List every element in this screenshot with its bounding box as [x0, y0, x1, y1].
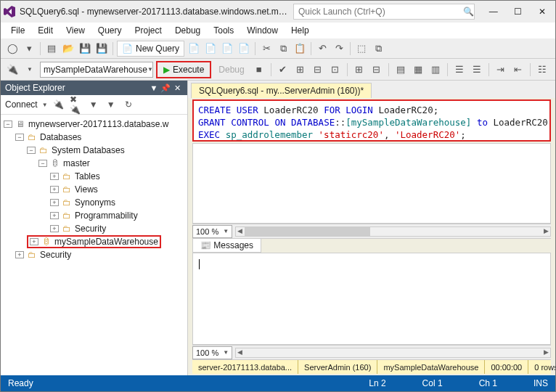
- include-stats-icon[interactable]: ⊟: [369, 62, 384, 77]
- tree-security[interactable]: Security: [40, 250, 71, 260]
- menu-project[interactable]: Project: [129, 24, 168, 37]
- menu-debug[interactable]: Debug: [169, 24, 206, 37]
- code-editor[interactable]: CREATE USER LoaderRC20 FOR LOGIN LoaderR…: [192, 99, 551, 142]
- script-mdx-icon[interactable]: 📄: [187, 41, 201, 56]
- dropdown-icon[interactable]: ▼: [148, 83, 160, 92]
- change-connection-dd[interactable]: ▼: [23, 62, 37, 77]
- query-options-icon[interactable]: ⊟: [311, 62, 325, 77]
- tree-programmability[interactable]: Programmability: [75, 211, 138, 221]
- expand-icon[interactable]: −: [4, 121, 12, 128]
- document-tabs: SQLQuery6.sql - my...ServerAdmin (160))*: [188, 81, 555, 98]
- status-ins: INS: [533, 378, 548, 388]
- status-ln: Ln 2: [369, 378, 385, 388]
- quick-launch-input[interactable]: [293, 4, 475, 20]
- disconnect-icon[interactable]: ✖🔌: [70, 98, 83, 111]
- play-icon: ▶: [163, 65, 170, 75]
- results-file-icon[interactable]: ▥: [428, 62, 443, 77]
- open-icon[interactable]: 📂: [61, 41, 75, 56]
- indent-icon[interactable]: ⇥: [494, 62, 508, 77]
- save-icon[interactable]: 💾: [78, 41, 92, 56]
- close-button[interactable]: ✕: [532, 1, 552, 22]
- new-query-label: New Query: [136, 44, 179, 54]
- outdent-icon[interactable]: ⇤: [511, 62, 526, 77]
- folder-icon: 🗀: [26, 250, 38, 260]
- tree-synonyms[interactable]: Synonyms: [75, 197, 115, 208]
- nav-fwd-icon[interactable]: ▾: [22, 41, 36, 56]
- cancel-query-icon[interactable]: ■: [252, 62, 266, 77]
- paste-icon[interactable]: 📋: [293, 41, 307, 56]
- zoom-selector-results[interactable]: 100 %▼: [192, 346, 232, 359]
- query-status-bar: server-20171113.databa... ServerAdmin (1…: [192, 359, 551, 374]
- script-xmla-icon[interactable]: 📄: [220, 41, 234, 56]
- include-plan-icon[interactable]: ⊞: [352, 62, 367, 77]
- tab-messages[interactable]: 📰 Messages: [192, 239, 261, 253]
- h-scrollbar[interactable]: ◀▶: [235, 226, 551, 237]
- expand-icon[interactable]: +: [50, 212, 59, 219]
- results-grid-icon[interactable]: ▦: [411, 62, 425, 77]
- code-editor-blank[interactable]: [192, 143, 551, 224]
- stop-icon[interactable]: ▼: [87, 98, 100, 111]
- redo-icon[interactable]: ↷: [332, 41, 346, 56]
- activity-icon[interactable]: ⬚: [354, 41, 369, 56]
- results-text-icon[interactable]: ▤: [393, 62, 408, 77]
- script-dmx-icon[interactable]: 📄: [203, 41, 218, 56]
- specify-values-icon[interactable]: ☷: [535, 62, 549, 77]
- filter-icon[interactable]: ▼: [105, 98, 118, 111]
- tree-master[interactable]: master: [63, 158, 90, 168]
- tab-sqlquery6[interactable]: SQLQuery6.sql - my...ServerAdmin (160))*: [191, 83, 372, 98]
- expand-icon[interactable]: +: [30, 238, 38, 245]
- copy-icon[interactable]: ⧉: [276, 41, 290, 56]
- uncomment-icon[interactable]: ☰: [470, 62, 484, 77]
- tree-mysample[interactable]: mySampleDataWarehouse: [54, 237, 158, 247]
- expand-icon[interactable]: −: [15, 134, 24, 141]
- expand-icon[interactable]: −: [38, 160, 47, 167]
- expand-icon[interactable]: −: [27, 147, 36, 154]
- tree-databases[interactable]: Databases: [40, 132, 81, 142]
- solution-icon[interactable]: ⧉: [371, 41, 385, 56]
- close-pane-icon[interactable]: ✕: [171, 83, 183, 93]
- comment-icon[interactable]: ☰: [452, 62, 467, 77]
- tree-tables[interactable]: Tables: [75, 171, 100, 181]
- h-scrollbar-results[interactable]: ◀▶: [235, 348, 551, 358]
- menu-help[interactable]: Help: [285, 24, 315, 37]
- tree-sysdbs[interactable]: System Databases: [52, 145, 125, 155]
- estimated-plan-icon[interactable]: ⊞: [293, 62, 308, 77]
- zoom-selector[interactable]: 100 %▼: [192, 225, 232, 238]
- folder-icon: 🗀: [61, 171, 73, 181]
- menu-edit[interactable]: Edit: [32, 24, 59, 37]
- quick-launch[interactable]: [293, 4, 475, 20]
- tree-views[interactable]: Views: [75, 184, 98, 195]
- expand-icon[interactable]: +: [50, 186, 59, 193]
- menu-window[interactable]: Window: [241, 24, 284, 37]
- database-selector[interactable]: mySampleDataWarehouse ▼: [40, 62, 153, 78]
- connect-icon[interactable]: 🔌: [52, 98, 65, 111]
- expand-icon[interactable]: +: [50, 199, 59, 206]
- menu-query[interactable]: Query: [92, 24, 128, 37]
- undo-icon[interactable]: ↶: [315, 41, 330, 56]
- intellisense-icon[interactable]: ⊡: [328, 62, 343, 77]
- expand-icon[interactable]: +: [50, 225, 59, 232]
- change-connection-icon[interactable]: 🔌: [5, 62, 20, 77]
- new-query-button[interactable]: 📄 New Query: [117, 41, 184, 57]
- tree-server[interactable]: mynewserver-20171113.database.w: [28, 119, 168, 129]
- refresh-icon[interactable]: ↻: [122, 98, 135, 111]
- new-project-icon[interactable]: ▤: [44, 41, 59, 56]
- parse-icon[interactable]: ✔: [276, 62, 290, 77]
- script-dax-icon[interactable]: 📄: [237, 41, 251, 56]
- save-all-icon[interactable]: 💾: [94, 41, 109, 56]
- tree-security-master[interactable]: Security: [75, 224, 106, 234]
- nav-back-icon[interactable]: ◯: [5, 41, 20, 56]
- execute-button[interactable]: ▶ Execute: [156, 61, 211, 78]
- maximize-button[interactable]: ☐: [508, 1, 528, 22]
- object-tree[interactable]: −🖥mynewserver-20171113.database.w −🗀Data…: [1, 115, 187, 375]
- cut-icon[interactable]: ✂: [259, 41, 274, 56]
- menu-view[interactable]: View: [60, 24, 91, 37]
- messages-panel[interactable]: [192, 253, 551, 345]
- expand-icon[interactable]: +: [15, 251, 24, 258]
- menu-tools[interactable]: Tools: [208, 24, 240, 37]
- menu-file[interactable]: File: [5, 24, 30, 37]
- pin-icon[interactable]: 📌: [160, 83, 171, 93]
- connect-label[interactable]: Connect: [5, 99, 38, 110]
- expand-icon[interactable]: +: [50, 173, 59, 180]
- minimize-button[interactable]: —: [483, 1, 504, 22]
